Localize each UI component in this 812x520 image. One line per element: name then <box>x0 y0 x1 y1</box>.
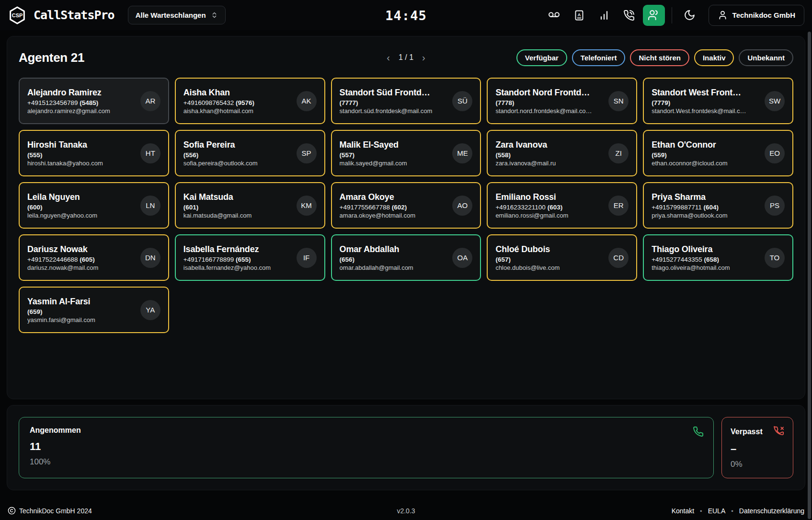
agent-extension: (604) <box>703 204 719 211</box>
contacts-button[interactable]: A <box>568 5 590 26</box>
calls-button[interactable] <box>618 5 640 26</box>
agent-email: alejandro.ramirez@gmail.com <box>27 107 136 115</box>
agent-info: Emiliano Rossi +4916233221100 (603) emil… <box>495 192 604 219</box>
footer-links: Kontakt•EULA•Datenschutzerklärung <box>672 507 804 515</box>
agent-card[interactable]: Standort Nord Frontd… (7778) standort.no… <box>487 78 637 124</box>
agent-extension: (7779) <box>652 99 670 106</box>
queue-selector-dropdown[interactable]: Alle Warteschlangen <box>128 6 226 24</box>
agent-info: Standort West Front… (7779) standort.Wes… <box>652 88 760 115</box>
agent-card[interactable]: Omar Abdallah (656) omar.abdallah@gmail.… <box>331 234 481 281</box>
account-button[interactable]: Technikdoc GmbH <box>709 5 804 26</box>
footer-link[interactable]: Datenschutzerklärung <box>739 507 804 515</box>
agent-name: Aisha Khan <box>183 88 292 98</box>
agent-card[interactable]: Dariusz Nowak +4917522446688 (605) dariu… <box>19 234 169 281</box>
chevrons-up-down-icon <box>211 12 218 19</box>
agent-info: Isabella Fernández +4917166778899 (655) … <box>183 244 292 271</box>
agent-phone-number: +4916233221100 <box>495 204 547 211</box>
agent-card[interactable]: Chloé Dubois (657) chloe.dubois@live.com… <box>487 234 637 281</box>
moon-icon <box>684 9 696 21</box>
agent-card[interactable]: Ethan O'Connor (559) ethan.oconnor@iclou… <box>643 130 793 176</box>
avatar: ZI <box>608 143 629 163</box>
agent-phone: (556) <box>183 151 292 159</box>
agent-phone: (7777) <box>340 99 448 106</box>
statistics-button[interactable] <box>593 5 615 26</box>
agent-name: Ethan O'Connor <box>652 140 760 150</box>
agent-name: Thiago Oliveira <box>652 244 760 254</box>
agent-card[interactable]: Isabella Fernández +4917166778899 (655) … <box>175 234 325 281</box>
agent-name: Isabella Fernández <box>183 244 292 254</box>
agent-name: Standort Nord Frontd… <box>495 88 604 98</box>
missed-value: – <box>731 443 784 455</box>
agent-name: Dariusz Nowak <box>27 244 136 254</box>
queue-selector-value: Alle Warteschlangen <box>136 11 206 19</box>
copyright-text: TechnikDoc GmbH 2024 <box>19 507 92 515</box>
agent-name: Omar Abdallah <box>340 244 448 254</box>
dark-mode-toggle[interactable] <box>679 5 701 26</box>
agent-extension: (658) <box>704 256 719 263</box>
agents-button[interactable] <box>643 5 665 26</box>
footer-link[interactable]: EULA <box>708 507 726 515</box>
agent-card[interactable]: Yasmin Al-Farsi (659) yasmin.farsi@gmail… <box>19 287 169 333</box>
agent-card[interactable]: Amara Okoye +4917755667788 (602) amara.o… <box>331 182 481 229</box>
agent-info: Kai Matsuda (601) kai.matsuda@gmail.com <box>183 192 292 219</box>
users-icon <box>648 9 660 21</box>
agent-email: aisha.khan@hotmail.com <box>183 107 292 115</box>
agent-email: dariusz.nowak@mail.com <box>27 264 136 271</box>
agent-card[interactable]: Aisha Khan +4916098765432 (9576) aisha.k… <box>175 78 325 124</box>
status-filter-chip[interactable]: Unbekannt <box>739 49 793 66</box>
status-filter-chip[interactable]: Verfügbar <box>516 49 567 66</box>
agent-phone-number: +4917522446688 <box>27 256 80 263</box>
agent-card[interactable]: Standort West Front… (7779) standort.Wes… <box>643 78 793 124</box>
agent-card[interactable]: Hiroshi Tanaka (555) hiroshi.tanaka@yaho… <box>19 130 169 176</box>
agent-info: Leila Nguyen (600) leila.nguyen@yahoo.co… <box>27 192 136 219</box>
agent-card[interactable]: Thiago Oliveira +4915277443355 (658) thi… <box>643 234 793 281</box>
voicemail-button[interactable] <box>543 5 565 26</box>
agent-phone: +4915277443355 (658) <box>652 256 760 263</box>
agent-card[interactable]: Emiliano Rossi +4916233221100 (603) emil… <box>487 182 637 229</box>
agent-extension: (601) <box>183 204 199 211</box>
agent-card[interactable]: Malik El-Sayed (557) malik.sayed@gmail.c… <box>331 130 481 176</box>
status-filter-chip[interactable]: Nicht stören <box>630 49 689 66</box>
status-filter-chip[interactable]: Inaktiv <box>694 49 734 66</box>
pagination-next-button[interactable]: › <box>422 53 425 62</box>
app-title: CallStatsPro <box>34 8 114 22</box>
agent-phone-number: +4915277443355 <box>652 256 704 263</box>
phone-missed-icon <box>773 426 784 437</box>
agent-card[interactable]: Alejandro Ramirez +4915123456789 (5485) … <box>19 78 169 124</box>
agent-extension: (600) <box>27 204 43 211</box>
agent-email: emiliano.rossi@gmail.com <box>495 212 604 219</box>
svg-text:A: A <box>577 12 581 17</box>
answered-calls-card: Angenommen 11 100% <box>19 417 714 478</box>
pagination-prev-button[interactable]: ‹ <box>387 53 390 62</box>
footer-copyright: TechnikDoc GmbH 2024 <box>8 507 92 515</box>
agent-card[interactable]: Zara Ivanova (558) zara.ivanova@mail.ru … <box>487 130 637 176</box>
agent-phone: (659) <box>27 308 136 315</box>
agent-info: Ethan O'Connor (559) ethan.oconnor@iclou… <box>652 140 760 167</box>
agent-phone: +4916233221100 (603) <box>495 204 604 211</box>
missed-label-row: Verpasst <box>731 426 784 437</box>
agent-extension: (559) <box>652 151 667 159</box>
filter-chip-label: Verfügbar <box>525 54 559 62</box>
missed-percent: 0% <box>731 460 784 469</box>
scrollbar-thumb[interactable] <box>808 32 811 519</box>
status-filters: Verfügbar Telefoniert Nicht stören Inakt… <box>516 49 793 66</box>
agent-card[interactable]: Priya Sharma +4915799887711 (604) priya.… <box>643 182 793 229</box>
agent-info: Omar Abdallah (656) omar.abdallah@gmail.… <box>340 244 448 271</box>
agent-name: Yasmin Al-Farsi <box>27 297 136 307</box>
phone-call-icon <box>623 10 635 21</box>
agent-info: Zara Ivanova (558) zara.ivanova@mail.ru <box>495 140 604 167</box>
agent-card[interactable]: Leila Nguyen (600) leila.nguyen@yahoo.co… <box>19 182 169 229</box>
agent-phone: +4915799887711 (604) <box>652 204 760 211</box>
clock: 14:45 <box>385 8 426 23</box>
footer-link[interactable]: Kontakt <box>672 507 694 515</box>
agent-info: Alejandro Ramirez +4915123456789 (5485) … <box>27 88 136 115</box>
agent-email: isabella.fernandez@yahoo.com <box>183 264 292 271</box>
agent-card[interactable]: Sofia Pereira (556) sofia.pereira@outloo… <box>175 130 325 176</box>
agent-card[interactable]: Kai Matsuda (601) kai.matsuda@gmail.com … <box>175 182 325 229</box>
agents-panel: Agenten 21 ‹ 1 / 1 › Verfügbar Telefonie… <box>7 36 805 399</box>
status-filter-chip[interactable]: Telefoniert <box>572 49 626 66</box>
agent-card[interactable]: Standort Süd Frontd… (7777) standort.süd… <box>331 78 481 124</box>
agent-info: Dariusz Nowak +4917522446688 (605) dariu… <box>27 244 136 271</box>
agent-email: priya.sharma@outlook.com <box>652 212 760 219</box>
scrollbar[interactable] <box>808 32 812 519</box>
